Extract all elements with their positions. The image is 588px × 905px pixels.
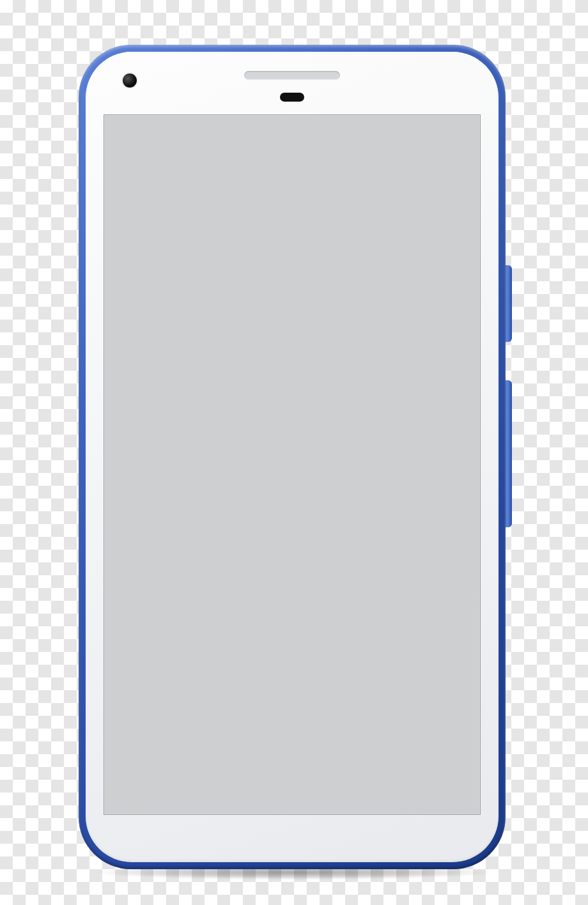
phone-frame (79, 45, 506, 869)
earpiece-speaker-icon (244, 71, 340, 80)
proximity-sensor-icon (280, 93, 304, 102)
phone-face (86, 52, 499, 862)
phone-mockup (0, 0, 588, 905)
front-camera-icon (123, 73, 137, 88)
display-screen[interactable] (104, 114, 481, 815)
